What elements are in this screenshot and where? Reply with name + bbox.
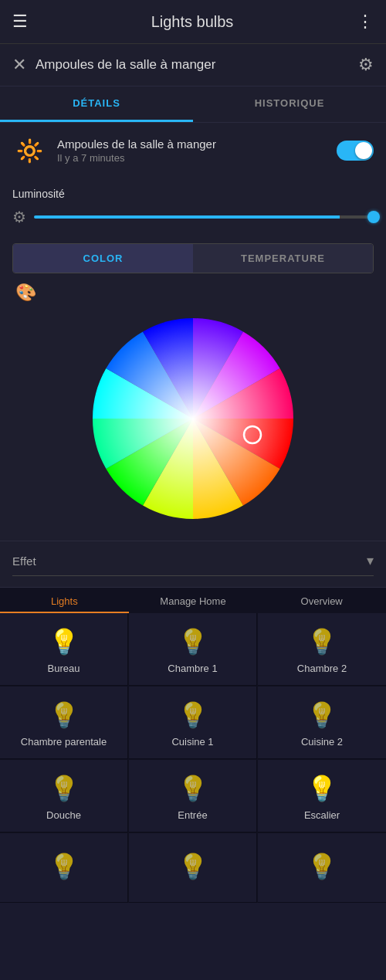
toggle-knob [355,142,372,159]
room-label-chambre2: Chambre 2 [297,663,347,674]
device-row: 🔆 Ampoules de la salle à manger Il y a 7… [0,123,386,178]
nav-item-lights[interactable]: Lights [0,588,129,613]
tab-details[interactable]: DÉTAILS [0,86,193,122]
palette-icon-row: 🎨 [0,283,386,303]
room-label-chambre-parentale: Chambre parentale [21,736,107,748]
room-cell-row4col3[interactable]: 💡 [258,833,386,903]
bulb-icon-row4col3: 💡 [306,852,337,881]
brightness-section: Luminosité ⚙ [0,178,386,231]
bulb-icon-row4col1: 💡 [49,852,80,881]
bulb-icon-cuisine1: 💡 [178,700,208,730]
color-button[interactable]: COLOR [13,244,193,273]
room-label-cuisine2: Cuisine 2 [301,736,343,748]
device-time: Il y a 7 minutes [57,152,337,164]
modal-title: Ampoules de la salle à manger [36,57,358,73]
device-bulb-icon: 🔆 [16,138,43,164]
palette-icon: 🎨 [15,283,36,302]
effet-section: Effet ▾ [0,541,386,587]
bulb-icon-bureau: 💡 [49,627,80,656]
device-info: Ampoules de la salle à manger Il y a 7 m… [57,137,337,164]
room-label-entree: Entrée [178,809,207,821]
more-options-icon[interactable]: ⋮ [357,12,374,32]
bulb-icon-chambre2: 💡 [306,627,337,656]
tabs-bar: DÉTAILS HISTORIQUE [0,86,386,123]
brightness-slider[interactable] [34,215,374,219]
nav-lights-label: Lights [51,595,78,607]
room-cell-bureau[interactable]: 💡 Bureau [0,613,128,686]
bulb-icon-cuisine2: 💡 [306,700,337,730]
hamburger-icon[interactable]: ☰ [12,12,28,32]
room-cell-row4col1[interactable]: 💡 [0,833,128,903]
settings-button[interactable]: ⚙ [358,55,374,75]
room-cell-chambre-parentale[interactable]: 💡 Chambre parentale [0,687,128,759]
room-cell-douche[interactable]: 💡 Douche [0,760,128,832]
room-cell-cuisine2[interactable]: 💡 Cuisine 2 [258,687,386,759]
bulb-icon-chambre1: 💡 [178,627,208,656]
nav-overview-label: Overview [301,595,343,607]
color-wheel-svg [85,310,301,527]
power-toggle[interactable] [337,141,374,161]
close-button[interactable]: ✕ [12,55,26,75]
room-label-chambre1: Chambre 1 [168,663,217,674]
room-label-cuisine1: Cuisine 1 [171,736,213,748]
device-name: Ampoules de la salle à manger [57,137,337,151]
color-wheel-section: 🎨 [0,273,386,541]
bulb-icon-escalier: 💡 [306,774,337,803]
modal-header: ✕ Ampoules de la salle à manger ⚙ [0,44,386,86]
device-icon-wrap: 🔆 [12,134,46,168]
color-temp-bar: COLOR TEMPERATURE [12,243,374,273]
top-bar: ☰ Lights bulbs ⋮ [0,0,386,43]
nav-manage-home-label: Manage Home [160,595,225,607]
slider-thumb [367,211,380,223]
room-cell-escalier[interactable]: 💡 Escalier [258,760,386,832]
temperature-button[interactable]: TEMPERATURE [193,244,373,273]
bulb-icon-chambre-parentale: 💡 [49,700,80,730]
effet-label: Effet [12,554,36,568]
brightness-low-icon: ⚙ [12,208,26,226]
color-wheel[interactable] [85,310,301,527]
brightness-label: Luminosité [12,188,374,200]
room-cell-entree[interactable]: 💡 Entrée [129,760,257,832]
page-title: Lights bulbs [151,13,234,31]
bulb-icon-entree: 💡 [178,774,208,803]
bulb-icon-douche: 💡 [49,774,80,803]
svg-point-0 [93,318,293,519]
room-label-escalier: Escalier [304,809,340,821]
room-cell-chambre1[interactable]: 💡 Chambre 1 [129,613,257,686]
room-label-douche: Douche [46,809,81,821]
chevron-down-icon: ▾ [367,552,374,569]
tab-history[interactable]: HISTORIQUE [193,86,386,122]
bulb-icon-row4col2: 💡 [178,852,208,881]
nav-item-overview[interactable]: Overview [257,588,386,613]
modal-panel: ✕ Ampoules de la salle à manger ⚙ DÉTAIL… [0,43,386,587]
bottom-nav: Lights Manage Home Overview [0,587,386,613]
room-cell-cuisine1[interactable]: 💡 Cuisine 1 [129,687,257,759]
rooms-grid: 💡 Bureau 💡 Chambre 1 💡 Chambre 2 💡 Chamb… [0,613,386,903]
room-cell-row4col2[interactable]: 💡 [129,833,257,903]
effet-dropdown[interactable]: Effet ▾ [12,552,374,576]
room-label-bureau: Bureau [48,663,80,674]
nav-item-manage-home[interactable]: Manage Home [129,588,258,613]
brightness-row: ⚙ [12,208,374,226]
room-cell-chambre2[interactable]: 💡 Chambre 2 [258,613,386,686]
